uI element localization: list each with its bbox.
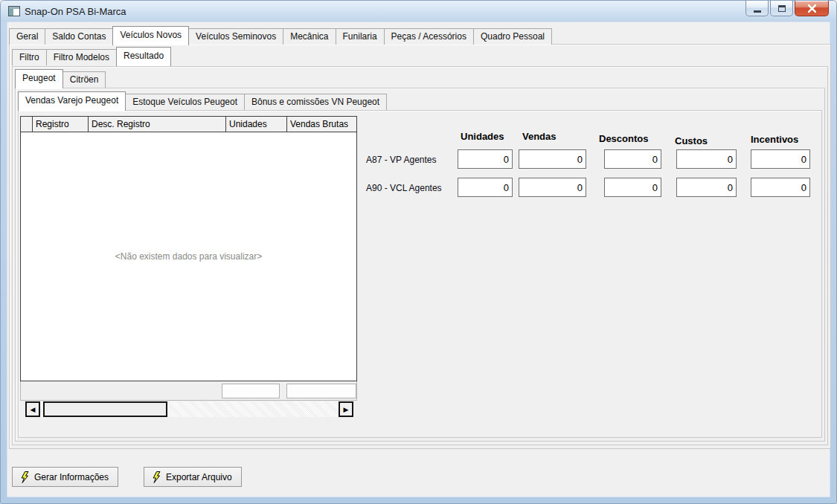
- row-label-a90-vcl-agentes: A90 - VCL Agentes: [366, 183, 442, 193]
- input-a90-custos[interactable]: [676, 178, 737, 197]
- grid-footer-row: [20, 381, 357, 401]
- grid-body[interactable]: <Não existem dados para visualizar>: [20, 132, 357, 381]
- footer-total-vendas-brutas: [286, 384, 356, 398]
- input-a87-descontos[interactable]: [604, 149, 661, 169]
- tab-resultado[interactable]: Resultado: [116, 47, 171, 66]
- horizontal-scrollbar[interactable]: ◀ ▶: [25, 401, 353, 417]
- input-a87-unidades[interactable]: [458, 149, 513, 169]
- tab-estoque-veiculos-peugeot[interactable]: Estoque Veículos Peugeot: [125, 94, 245, 110]
- form-header-descontos: Descontos: [599, 133, 648, 144]
- input-a90-incentivos[interactable]: [751, 178, 810, 197]
- minimize-icon: [754, 10, 761, 13]
- gerar-informacoes-button[interactable]: Gerar Informações: [12, 467, 118, 487]
- tab-vendas-varejo-peugeot[interactable]: Vendas Varejo Peugeot: [18, 91, 126, 111]
- vendas-varejo-page: Registro Desc. Registro Unidades Vendas …: [18, 110, 822, 438]
- scrollbar-thumb[interactable]: [43, 401, 167, 417]
- close-icon: [808, 4, 816, 13]
- tab-filtro-modelos[interactable]: Filtro Modelos: [46, 49, 117, 65]
- sales-grid: Registro Desc. Registro Unidades Vendas …: [20, 116, 357, 417]
- client-area: Geral Saldo Contas Veículos Novos Veícul…: [7, 22, 830, 497]
- section-tabstrip: Vendas Varejo Peugeot Estoque Veículos P…: [18, 91, 386, 110]
- tab-mecanica[interactable]: Mecânica: [283, 28, 336, 45]
- input-a90-descontos[interactable]: [604, 178, 661, 197]
- tab-veiculos-seminovos[interactable]: Veículos Seminovos: [188, 28, 283, 45]
- input-a90-vendas[interactable]: [519, 178, 586, 197]
- form-header-unidades: Unidades: [461, 131, 504, 142]
- gerar-informacoes-label: Gerar Informações: [34, 472, 109, 482]
- input-a87-incentivos[interactable]: [751, 149, 810, 169]
- tab-veiculos-novos[interactable]: Veículos Novos: [112, 26, 189, 45]
- result-tabstrip: Filtro Filtro Modelos Resultado: [12, 46, 170, 65]
- tab-filtro[interactable]: Filtro: [12, 49, 47, 65]
- input-a90-unidades[interactable]: [458, 178, 513, 197]
- exportar-arquivo-label: Exportar Arquivo: [166, 472, 232, 482]
- scroll-left-button[interactable]: ◀: [25, 401, 40, 417]
- grid-header-indicator: [21, 117, 33, 132]
- tab-geral[interactable]: Geral: [9, 28, 45, 45]
- peugeot-page: Vendas Varejo Peugeot Estoque Veículos P…: [15, 88, 825, 442]
- main-tabstrip: Geral Saldo Contas Veículos Novos Veícul…: [9, 25, 551, 45]
- exportar-arquivo-button[interactable]: Exportar Arquivo: [144, 467, 242, 487]
- grid-header-row: Registro Desc. Registro Unidades Vendas …: [20, 116, 357, 132]
- grid-header-desc-registro[interactable]: Desc. Registro: [89, 117, 226, 132]
- tab-saldo-contas[interactable]: Saldo Contas: [45, 28, 113, 45]
- form-header-custos: Custos: [675, 135, 708, 146]
- close-button[interactable]: [795, 1, 829, 16]
- window-title: Snap-On PSA Bi-Marca: [25, 6, 126, 17]
- app-icon: [8, 6, 20, 16]
- app-window: Snap-On PSA Bi-Marca Geral Saldo Contas …: [0, 0, 837, 504]
- brand-tabstrip: Peugeot Citröen: [15, 68, 105, 88]
- resultado-page: Peugeot Citröen Vendas Varejo Peugeot Es…: [12, 66, 828, 445]
- lightning-icon: [152, 471, 161, 483]
- maximize-icon: [778, 5, 786, 12]
- footer-total-unidades: [222, 384, 280, 398]
- scroll-right-button[interactable]: ▶: [339, 401, 353, 417]
- form-header-vendas: Vendas: [522, 131, 557, 142]
- tab-bonus-comissoes-vn-peugeot[interactable]: Bônus e comissões VN Peugeot: [244, 94, 387, 110]
- form-header-incentivos: Incentivos: [751, 134, 798, 145]
- minimize-button[interactable]: [745, 1, 769, 16]
- tab-peugeot[interactable]: Peugeot: [15, 69, 63, 88]
- lightning-icon: [20, 471, 29, 483]
- grid-header-registro[interactable]: Registro: [33, 117, 89, 132]
- tab-funilaria[interactable]: Funilaria: [336, 28, 385, 45]
- scroll-right-icon: ▶: [344, 406, 349, 413]
- grid-empty-message: <Não existem dados para visualizar>: [115, 251, 262, 262]
- input-a87-custos[interactable]: [676, 149, 737, 169]
- veiculos-novos-page: Filtro Filtro Modelos Resultado Peugeot …: [9, 44, 831, 449]
- scroll-left-icon: ◀: [31, 406, 36, 413]
- maximize-button[interactable]: [770, 1, 793, 16]
- tab-pecas-acessorios[interactable]: Peças / Acessórios: [384, 28, 474, 45]
- grid-header-vendas-brutas[interactable]: Vendas Brutas: [287, 117, 356, 132]
- tab-quadro-pessoal[interactable]: Quadro Pessoal: [473, 28, 552, 45]
- title-bar[interactable]: Snap-On PSA Bi-Marca: [1, 1, 836, 22]
- input-a87-vendas[interactable]: [519, 149, 586, 169]
- row-label-a87-vp-agentes: A87 - VP Agentes: [366, 155, 437, 165]
- grid-header-unidades[interactable]: Unidades: [226, 117, 287, 132]
- tab-citroen[interactable]: Citröen: [62, 71, 106, 88]
